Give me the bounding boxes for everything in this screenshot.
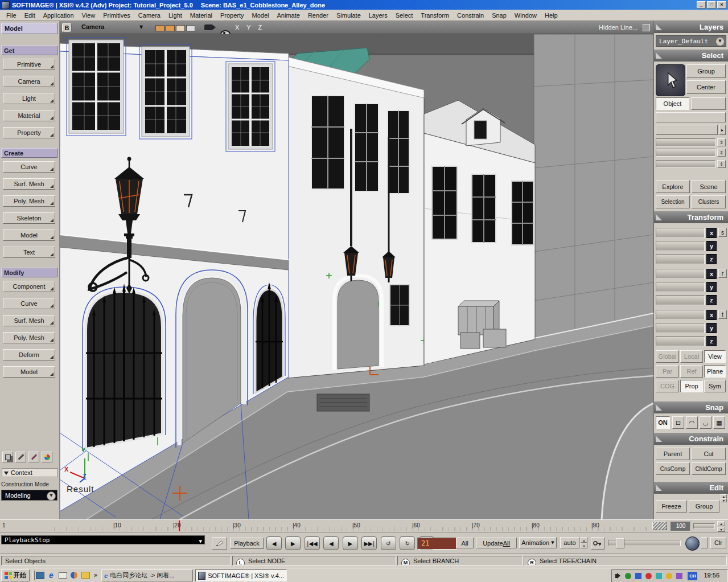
get-camera-button[interactable]: Camera — [3, 76, 55, 87]
step-forward-button[interactable]: ▶ — [285, 536, 301, 550]
view-button[interactable]: View — [704, 350, 726, 363]
snap-grid-icon[interactable]: ▦ — [713, 416, 725, 429]
global-button[interactable]: Global — [656, 350, 679, 363]
layer-dropdown[interactable]: Layer_Default ▼ — [656, 35, 726, 47]
translate-y-button[interactable]: y — [706, 323, 717, 333]
translate-y-slider[interactable] — [656, 323, 705, 333]
first-frame-button[interactable]: |◀◀ — [305, 536, 320, 550]
menu-primitives[interactable]: Primitives — [99, 11, 134, 20]
menu-material[interactable]: Material — [186, 11, 216, 20]
constrain-header[interactable]: Constrain — [654, 433, 728, 445]
close-button[interactable]: × — [717, 1, 726, 9]
get-material-button[interactable]: Material — [3, 110, 55, 121]
loop-back-button[interactable]: ↺ — [381, 536, 396, 550]
viewport[interactable]: B Camera ▼ X Y Z Hidden Line... — [60, 21, 653, 519]
rotate-z-button[interactable]: z — [706, 295, 717, 305]
rotate-x-button[interactable]: x — [706, 269, 717, 279]
start-button[interactable]: 开始 — [1, 569, 30, 581]
timeline-ruler[interactable]: 1 |10 |20 |30 |40 |50 |60 |70 |80 |90 10… — [0, 519, 728, 532]
select-blank-row-2[interactable] — [656, 125, 718, 135]
scale-z-button[interactable]: z — [706, 254, 717, 264]
menu-edit[interactable]: Edit — [20, 11, 39, 20]
modify-surf-mesh-button[interactable]: Surf. Mesh — [3, 315, 55, 326]
snap-midpoint-icon[interactable]: ◡ — [700, 416, 711, 429]
translate-z-slider[interactable] — [656, 336, 705, 346]
play-backward-button[interactable]: ◀ — [323, 536, 339, 550]
mode-menu-dropdown[interactable]: Model — [1, 23, 57, 34]
menu-render[interactable]: Render — [304, 11, 332, 20]
cog-button[interactable]: COG — [656, 380, 679, 392]
duplicate-icon[interactable] — [2, 452, 13, 462]
swatch-4[interactable] — [186, 25, 195, 31]
prop-button[interactable]: Prop — [680, 380, 703, 392]
select-header[interactable]: Select — [654, 50, 728, 62]
edit-header[interactable]: Edit — [654, 482, 728, 494]
timeline-end-field[interactable]: 100 — [671, 522, 691, 531]
render-region-button[interactable] — [685, 536, 700, 551]
rotate-mode-button[interactable]: r — [718, 269, 727, 278]
media-player-icon[interactable] — [69, 571, 79, 580]
translate-x-slider[interactable] — [656, 310, 705, 320]
current-frame-field[interactable]: 21 — [417, 538, 457, 550]
auto-spinner-down[interactable]: ▾ — [581, 543, 587, 548]
select-blank-row[interactable] — [656, 112, 726, 122]
narrow-toggle-button[interactable] — [701, 537, 708, 548]
menu-constrain[interactable]: Constrain — [453, 11, 488, 20]
timeline-spinner-down[interactable]: ▾ — [717, 527, 725, 532]
select-tool-button[interactable] — [656, 64, 685, 96]
create-surf-mesh-button[interactable]: Surf. Mesh — [3, 178, 55, 190]
edit-group-button[interactable]: Group — [689, 500, 719, 513]
all-button[interactable]: All — [456, 538, 474, 548]
volume-icon[interactable] — [615, 574, 618, 578]
timeline-playhead[interactable] — [179, 520, 180, 531]
snap-curve-icon[interactable]: ◠ — [686, 416, 698, 429]
menu-select[interactable]: Select — [392, 11, 417, 20]
scale-z-slider[interactable] — [656, 254, 705, 264]
tray-icon-green[interactable] — [625, 573, 631, 579]
context-dropdown[interactable]: Context — [2, 468, 58, 477]
chldcomp-button[interactable]: ChldComp — [692, 462, 726, 475]
get-light-button[interactable]: Light — [3, 93, 55, 104]
select-object-button[interactable]: Object — [656, 97, 689, 110]
select-slider-3[interactable] — [656, 160, 715, 168]
loop-forward-button[interactable]: ↻ — [400, 536, 415, 550]
menu-layers[interactable]: Layers — [365, 11, 392, 20]
create-skeleton-button[interactable]: Skeleton — [3, 212, 55, 224]
tray-icon-purple[interactable] — [676, 573, 682, 579]
slider-updown-button[interactable]: ⇕ — [717, 138, 726, 146]
slider-updown-button[interactable]: ⇕ — [717, 149, 726, 157]
select-slider-1[interactable] — [656, 138, 715, 146]
menu-application[interactable]: Application — [39, 11, 78, 20]
plane-button[interactable]: Plane — [704, 365, 726, 378]
par-button[interactable]: Par — [656, 365, 679, 378]
cnscomp-button[interactable]: CnsComp — [656, 462, 690, 475]
rotate-x-slider[interactable] — [656, 269, 705, 279]
menu-transform[interactable]: Transform — [417, 11, 453, 20]
create-poly-mesh-button[interactable]: Poly. Mesh — [3, 195, 55, 207]
display-mode-dropdown[interactable]: Hidden Line... — [599, 24, 637, 31]
menu-window[interactable]: Window — [511, 11, 541, 20]
select-slider-2[interactable] — [656, 149, 715, 157]
translate-z-button[interactable]: z — [706, 336, 717, 346]
scale-y-slider[interactable] — [656, 241, 705, 251]
scale-mode-button[interactable]: s — [718, 228, 727, 237]
tray-icon-red[interactable] — [645, 573, 652, 579]
translate-mode-button[interactable]: t — [718, 310, 727, 319]
edit-spinner-up[interactable]: ▴ — [721, 494, 727, 498]
step-back-button[interactable]: ◀ — [266, 536, 282, 550]
view-type-dropdown[interactable]: Camera — [81, 23, 104, 30]
palette-icon[interactable] — [42, 452, 52, 462]
snap-header[interactable]: Snap — [654, 401, 728, 413]
tray-icon-yellow[interactable] — [666, 573, 672, 579]
animation-dropdown[interactable]: Animation ▼ — [519, 537, 557, 548]
auto-key-button[interactable]: auto — [560, 537, 579, 548]
create-model-button[interactable]: Model — [3, 229, 55, 241]
menu-help[interactable]: Help — [541, 11, 562, 20]
xyz-axis-buttons[interactable]: X Y Z — [235, 24, 265, 31]
select-center-button[interactable]: Center — [686, 80, 726, 94]
menu-light[interactable]: Light — [164, 11, 186, 20]
constrain-parent-button[interactable]: Parent — [656, 448, 690, 460]
scale-y-button[interactable]: y — [706, 241, 717, 251]
get-property-button[interactable]: Property — [3, 127, 55, 138]
sym-button[interactable]: Sym — [704, 380, 726, 392]
